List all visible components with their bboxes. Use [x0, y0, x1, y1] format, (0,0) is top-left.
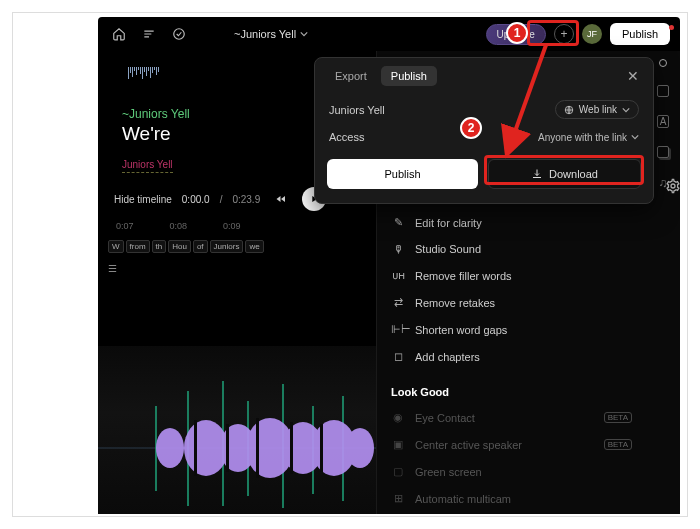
center-icon: ▣	[391, 438, 405, 451]
svg-point-3	[174, 29, 185, 40]
menu-icon[interactable]	[138, 23, 160, 45]
word-track[interactable]: W from th Hou of Juniors we	[108, 237, 376, 255]
layers-icon[interactable]	[657, 146, 669, 158]
svg-rect-22	[290, 422, 293, 474]
caption-icon[interactable]: A	[657, 115, 670, 128]
skip-back-icon[interactable]	[270, 188, 292, 210]
svg-point-18	[346, 428, 374, 468]
green-screen-item[interactable]: ▢Green screen	[377, 458, 646, 485]
clip-caption: Juniors Yell	[122, 159, 173, 173]
access-label: Access	[329, 131, 364, 143]
publish-button[interactable]: Publish	[610, 23, 670, 45]
chevron-down-icon	[631, 133, 639, 141]
svg-point-25	[671, 184, 675, 188]
close-icon[interactable]: ✕	[623, 66, 643, 86]
timeline-ticks: 0:07 0:08 0:09	[116, 221, 376, 231]
time-total: 0:23.9	[232, 194, 260, 205]
check-icon[interactable]	[168, 23, 190, 45]
callout-arrow	[498, 37, 618, 167]
multicam-item[interactable]: ⊞Automatic multicam	[377, 485, 646, 512]
bookmark-icon: ◻	[391, 350, 405, 363]
add-chapters-item[interactable]: ◻Add chapters	[377, 343, 646, 370]
hide-timeline-link[interactable]: Hide timeline	[114, 194, 172, 205]
popover-project-name: Juniors Yell	[329, 104, 385, 116]
project-title-text: ~Juniors Yell	[234, 28, 296, 40]
strikethrough-icon: ᴜʜ	[391, 269, 405, 282]
main-waveform[interactable]	[98, 346, 376, 514]
gear-icon[interactable]	[665, 178, 680, 194]
edit-clarity-item[interactable]: ✎Edit for clarity	[377, 209, 646, 236]
notification-dot	[669, 25, 674, 30]
repeat-icon: ⇄	[391, 296, 405, 309]
gaps-icon: ⊩⊢	[391, 323, 405, 336]
mic-icon: 🎙	[391, 243, 405, 255]
home-icon[interactable]	[108, 23, 130, 45]
app-window: ~Juniors Yell Upgrade + JF Publish ~Juni…	[98, 17, 680, 514]
chevron-down-icon	[622, 106, 630, 114]
record-icon[interactable]	[659, 59, 667, 67]
eye-contact-item[interactable]: ◉Eye ContactBETA	[377, 404, 646, 431]
wand-icon: ✎	[391, 216, 405, 229]
project-title[interactable]: ~Juniors Yell	[234, 28, 308, 40]
screen-icon: ▢	[391, 465, 405, 478]
download-icon	[531, 168, 543, 180]
remove-filler-item[interactable]: ᴜʜRemove filler words	[377, 262, 646, 289]
screenshot-frame: ~Juniors Yell Upgrade + JF Publish ~Juni…	[12, 12, 688, 517]
gen-image-item[interactable]: ✧Generate an image	[377, 512, 646, 514]
callout-badge-1: 1	[506, 22, 528, 44]
svg-rect-23	[320, 424, 323, 472]
eye-icon: ◉	[391, 411, 405, 424]
time-sep: /	[220, 194, 223, 205]
svg-rect-20	[226, 424, 229, 472]
svg-line-26	[508, 45, 546, 151]
svg-rect-19	[194, 420, 197, 476]
callout-badge-2: 2	[460, 117, 482, 139]
chevron-down-icon	[300, 30, 308, 38]
remove-retakes-item[interactable]: ⇄Remove retakes	[377, 289, 646, 316]
tab-publish[interactable]: Publish	[381, 66, 437, 86]
time-current: 0:00.0	[182, 194, 210, 205]
apps-icon[interactable]	[657, 85, 669, 97]
tab-export[interactable]: Export	[325, 66, 377, 86]
popover-publish-button[interactable]: Publish	[327, 159, 478, 189]
svg-rect-21	[256, 418, 259, 478]
center-speaker-item[interactable]: ▣Center active speakerBETA	[377, 431, 646, 458]
track-settings-icon[interactable]: ☰	[108, 263, 376, 274]
shorten-gaps-item[interactable]: ⊩⊢Shorten word gaps	[377, 316, 646, 343]
multicam-icon: ⊞	[391, 492, 405, 505]
svg-point-12	[156, 428, 184, 468]
look-good-heading: Look Good	[377, 380, 646, 404]
studio-sound-item[interactable]: 🎙Studio Sound	[377, 236, 646, 262]
